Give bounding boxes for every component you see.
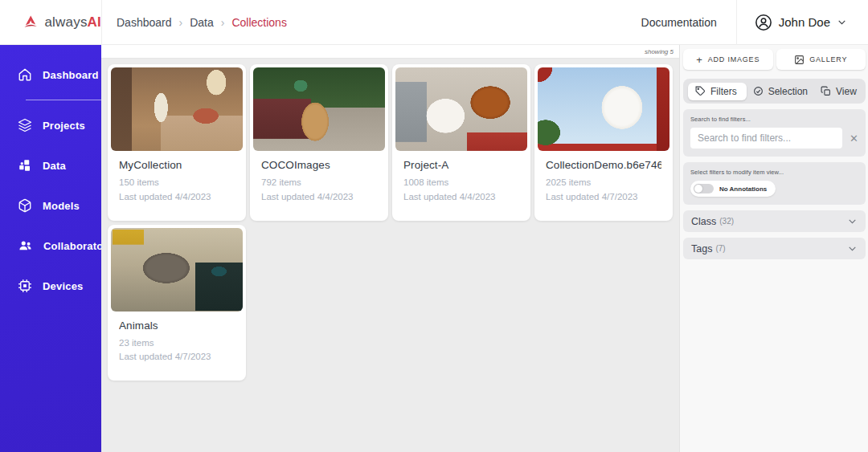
accordion-count: (7) xyxy=(715,244,725,253)
collection-card-animals[interactable]: Animals 23 items Last updated 4/7/2023 xyxy=(108,225,246,381)
brand-ai: AI xyxy=(88,14,101,30)
collection-item-count: 150 items xyxy=(119,176,235,190)
breadcrumb: Dashboard › Data › Collections xyxy=(117,16,287,29)
user-menu[interactable]: John Doe xyxy=(737,14,868,31)
sidebar-item-label: Models xyxy=(43,200,80,212)
collection-name: MyCollection xyxy=(119,159,235,171)
accordion-label: Class xyxy=(691,216,716,227)
no-annotations-toggle[interactable]: No Annotations xyxy=(690,181,776,197)
tab-view[interactable]: View xyxy=(814,83,863,100)
layers-icon xyxy=(18,118,32,132)
collection-name: Animals xyxy=(119,320,235,332)
cpu-icon xyxy=(18,279,32,293)
search-filters-label: Search to find filters... xyxy=(690,116,858,123)
tags-filter-accordion[interactable]: Tags (7) xyxy=(683,238,866,259)
plus-icon: + xyxy=(696,55,702,65)
sidebar-nav: Dashboard Projects Data Models Collabora… xyxy=(0,45,101,452)
sidebar-item-data[interactable]: Data xyxy=(0,145,101,185)
filter-select-card: Select filters to modify item view... No… xyxy=(683,162,866,205)
clear-search-icon[interactable]: ✕ xyxy=(850,132,858,145)
accordion-count: (32) xyxy=(719,217,734,226)
sidebar-item-label: Projects xyxy=(43,120,85,132)
sidebar-item-dashboard[interactable]: Dashboard xyxy=(0,55,101,95)
collection-name: CollectionDemo.b6e74639- xyxy=(546,159,661,171)
collection-name: COCOImages xyxy=(261,159,377,171)
filter-search-card: Search to find filters... ✕ xyxy=(683,109,866,157)
header-right: Documentation John Doe xyxy=(641,0,868,45)
sidebar-item-models[interactable]: Models xyxy=(0,185,101,226)
users-icon xyxy=(18,238,33,253)
collections-grid: MyCollection 150 items Last updated 4/4/… xyxy=(101,59,679,386)
documentation-link[interactable]: Documentation xyxy=(641,16,717,29)
add-images-label: ADD IMAGES xyxy=(708,55,760,63)
sidebar-item-label: Data xyxy=(43,160,66,172)
select-filters-label: Select filters to modify item view... xyxy=(690,169,858,176)
showing-count-label: showing 5 xyxy=(645,48,674,55)
collection-item-count: 23 items xyxy=(119,336,235,351)
brand-name: alwaysAI xyxy=(44,14,101,31)
top-header: alwaysAI Dashboard › Data › Collections … xyxy=(0,0,868,45)
sidebar-item-label: Dashboard xyxy=(43,69,99,81)
breadcrumb-dashboard[interactable]: Dashboard xyxy=(117,16,172,29)
tab-label: Filters xyxy=(710,86,737,97)
collection-updated: Last updated 4/4/2023 xyxy=(403,190,519,205)
user-name: John Doe xyxy=(779,15,830,29)
filter-search-input[interactable] xyxy=(690,128,842,149)
gallery-label: GALLERY xyxy=(809,55,847,63)
check-circle-icon xyxy=(753,86,764,96)
collection-card-mycollection[interactable]: MyCollection 150 items Last updated 4/4/… xyxy=(108,64,246,221)
breadcrumb-data[interactable]: Data xyxy=(190,16,214,29)
sidebar-item-devices[interactable]: Devices xyxy=(0,266,101,306)
collection-card-cocoimages[interactable]: COCOImages 792 items Last updated 4/4/20… xyxy=(250,64,388,221)
breadcrumb-collections[interactable]: Collections xyxy=(231,16,286,29)
collection-thumbnail xyxy=(253,67,385,151)
breadcrumb-separator: › xyxy=(179,16,183,29)
collection-updated: Last updated 4/7/2023 xyxy=(119,350,235,364)
chevron-down-icon xyxy=(847,216,858,226)
image-icon xyxy=(794,55,805,65)
collections-main: showing 5 MyCollection 150 items Last up… xyxy=(101,45,679,452)
showing-bar: showing 5 xyxy=(101,45,679,59)
collection-thumbnail xyxy=(538,67,669,151)
sidebar-divider xyxy=(26,100,101,100)
chevron-down-icon xyxy=(837,17,847,27)
right-panel: + ADD IMAGES GALLERY Filters Selection V… xyxy=(679,45,868,452)
home-icon xyxy=(18,67,32,82)
tab-filters[interactable]: Filters xyxy=(688,83,747,100)
copy-icon xyxy=(821,86,831,96)
collection-updated: Last updated 4/4/2023 xyxy=(119,190,235,205)
collection-card-collectiondemo[interactable]: CollectionDemo.b6e74639- 2025 items Last… xyxy=(534,64,673,221)
collection-thumbnail xyxy=(395,67,527,151)
gallery-button[interactable]: GALLERY xyxy=(776,49,866,70)
tab-label: Selection xyxy=(768,86,808,97)
panel-actions: + ADD IMAGES GALLERY xyxy=(683,49,866,70)
collection-card-project-a[interactable]: Project-A 1008 items Last updated 4/4/20… xyxy=(392,64,530,221)
tab-selection[interactable]: Selection xyxy=(747,83,814,100)
user-avatar-icon xyxy=(755,14,772,31)
tab-label: View xyxy=(836,86,857,97)
sidebar-item-collaborators[interactable]: Collaborators xyxy=(0,226,101,266)
sidebar-item-label: Devices xyxy=(43,280,84,292)
alwaysai-logo-icon xyxy=(23,14,39,31)
toggle-switch-icon xyxy=(694,184,714,193)
package-icon xyxy=(18,198,32,213)
chevron-down-icon xyxy=(847,243,858,254)
collection-updated: Last updated 4/7/2023 xyxy=(546,190,661,205)
add-images-button[interactable]: + ADD IMAGES xyxy=(683,49,773,70)
collection-thumbnail xyxy=(111,228,243,312)
collection-item-count: 2025 items xyxy=(546,176,661,190)
brand-always: always xyxy=(44,14,87,30)
no-annotations-label: No Annotations xyxy=(719,185,767,193)
class-filter-accordion[interactable]: Class (32) xyxy=(683,210,866,232)
accordion-label: Tags xyxy=(691,243,712,255)
sidebar-item-projects[interactable]: Projects xyxy=(0,105,101,145)
cubes-icon xyxy=(18,158,32,173)
collection-thumbnail xyxy=(111,67,243,151)
collection-item-count: 792 items xyxy=(261,176,377,190)
brand-logo[interactable]: alwaysAI xyxy=(0,0,102,45)
panel-tabs: Filters Selection View xyxy=(683,79,866,104)
tag-icon xyxy=(695,86,706,96)
collection-item-count: 1008 items xyxy=(403,176,519,190)
collection-name: Project-A xyxy=(403,159,519,171)
collection-updated: Last updated 4/4/2023 xyxy=(261,190,377,205)
